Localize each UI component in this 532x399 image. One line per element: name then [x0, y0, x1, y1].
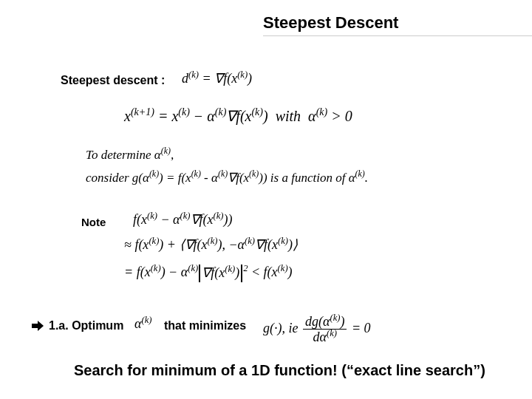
equation-alpha: α(k) [134, 316, 151, 332]
label-optimum: 1.a. Optimum [49, 319, 123, 332]
slide: Steepest Descent Steepest descent : d(k)… [0, 0, 532, 399]
title-underline [263, 35, 532, 36]
svg-rect-0 [32, 324, 38, 328]
equation-update: x(k+1) = x(k) − α(k)∇f(x(k)) with α(k) >… [124, 107, 352, 125]
equation-note-line3: = f(x(k)) − α(k)∇f(x(k))2 < f(x(k)) [124, 265, 293, 282]
label-minimizes: that minimizes [164, 319, 246, 332]
equation-note-line2: ≈ f(x(k)) + ⟨∇f(x(k)), −α(k)∇f(x(k))⟩ [124, 236, 298, 253]
label-search: Search for minimum of a 1D function! (“e… [74, 362, 485, 379]
equation-determine: To determine α(k), [86, 148, 174, 163]
equation-consider: consider g(α(k)) = f(x(k) - α(k)∇f(x(k))… [86, 170, 368, 185]
equation-direction: d(k) = ∇f(x(k)) [182, 70, 252, 86]
svg-marker-1 [38, 321, 44, 331]
equation-g: g(·), ie dg(α(k))dα(k) = 0 [263, 315, 371, 344]
bullet-arrow-icon [31, 319, 44, 332]
slide-title: Steepest Descent [263, 13, 398, 33]
equation-note-line1: f(x(k) − α(k)∇f(x(k))) [133, 211, 233, 228]
label-steepest-descent: Steepest descent : [61, 74, 165, 87]
label-note: Note [81, 216, 106, 228]
